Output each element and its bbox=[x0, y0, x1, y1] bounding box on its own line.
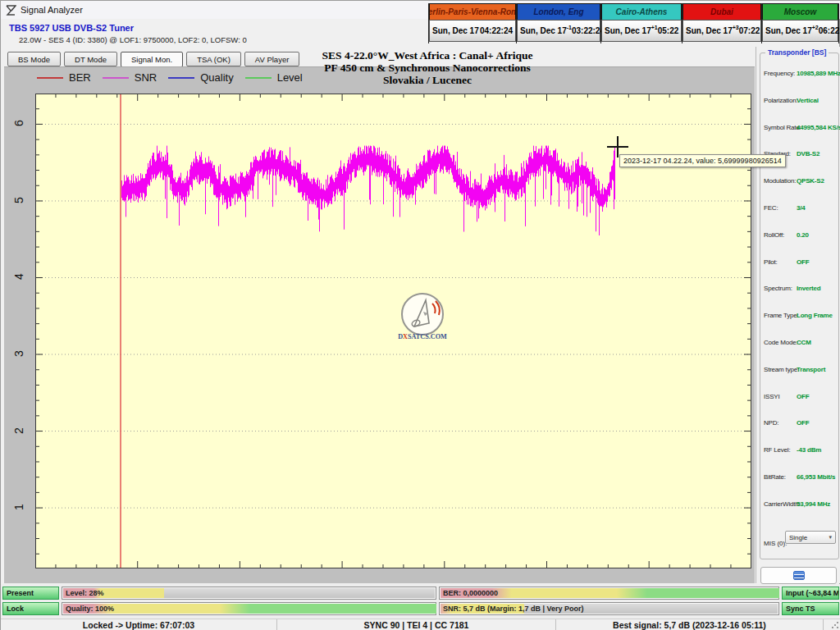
clock-city-label: Cairo-Athens bbox=[601, 3, 682, 20]
legend-line-snr bbox=[103, 77, 129, 79]
clock-city-label: London, Eng bbox=[517, 3, 600, 20]
y-tick-label-5: 5 bbox=[12, 192, 25, 208]
clock-time-cell: Sun, Dec 17+206:22 bbox=[762, 20, 838, 42]
clock-1: London, EngSun, Dec 17-103:22:24 bbox=[517, 3, 601, 43]
transponder-value: Long Frame bbox=[797, 312, 833, 319]
transponder-label: RollOff: bbox=[764, 231, 784, 239]
clock-date: Sun, Dec 17 bbox=[520, 26, 567, 35]
transponder-row-bitrate-: BitRate:66,953 Mbit/s bbox=[760, 473, 838, 483]
transponder-row-rolloff-: RollOff:0.20 bbox=[760, 231, 838, 241]
snr-bar-label: SNR: 5,7 dB (Margin: 1,7 dB | Very Poor) bbox=[443, 605, 584, 613]
y-tick-label-3: 3 bbox=[12, 345, 25, 362]
legend-line-ber bbox=[37, 77, 63, 79]
legend-label: BER bbox=[69, 71, 91, 84]
clock-city-label: Dubai bbox=[682, 3, 761, 20]
transponder-row-symbol-rate-: Symbol Rate:44995,584 KS/s bbox=[760, 124, 838, 134]
level-bar: Level: 28% bbox=[62, 587, 436, 600]
table-list-icon bbox=[793, 571, 805, 580]
clock-time-cell: Sun, Dec 17+105:22 bbox=[601, 20, 682, 42]
plot-area[interactable]: DXSATCS.COM 2023-12-17 04.22.24, value: … bbox=[35, 94, 751, 568]
clock-2: Cairo-AthensSun, Dec 17+105:22 bbox=[601, 3, 682, 43]
transponder-label: Symbol Rate: bbox=[764, 124, 801, 131]
transponder-label: BitRate: bbox=[764, 473, 786, 481]
world-clocks: Berlin-Paris-Vienna-RomaSun, Dec 1704:22… bbox=[428, 3, 839, 43]
legend-item-quality: Quality bbox=[168, 71, 233, 84]
transponder-value: 66,953 Mbit/s bbox=[797, 473, 835, 481]
transponder-label: Pilot: bbox=[764, 258, 778, 266]
transponder-label: NPD: bbox=[764, 419, 778, 427]
legend-item-ber: BER bbox=[37, 71, 91, 84]
snapshot-button[interactable] bbox=[760, 567, 837, 584]
transponder-value: 3/4 bbox=[797, 204, 806, 212]
legend-label: Quality bbox=[200, 71, 233, 84]
transponder-label: FEC: bbox=[764, 204, 778, 212]
tuner-name: TBS 5927 USB DVB-S2 Tuner bbox=[9, 23, 247, 33]
tab-signal-mon-[interactable]: Signal Mon. bbox=[121, 52, 183, 67]
transponder-label: ISSYI bbox=[764, 393, 779, 400]
legend-item-level: Level bbox=[245, 71, 303, 84]
clock-time: 04:22:24 bbox=[480, 26, 513, 35]
transponder-row-code-mode-: Code Mode:CCM bbox=[760, 339, 838, 349]
clock-time: 03:22:24 bbox=[572, 26, 605, 35]
transponder-value: 53,994 MHz bbox=[797, 500, 830, 508]
clock-3: DubaiSun, Dec 17+307:22 bbox=[682, 3, 762, 43]
clock-time: 06:22 bbox=[819, 26, 840, 35]
transponder-value: OFF bbox=[797, 258, 809, 266]
status-sync-counters: SYNC 90 | TEI 4 | CC 7181 bbox=[277, 619, 556, 630]
quality-bar: Quality: 100% bbox=[62, 602, 436, 615]
clock-date: Sun, Dec 17 bbox=[686, 26, 733, 35]
signal-analyzer-window: Signal Analyzer Berlin-Paris-Vienna-Roma… bbox=[0, 0, 840, 630]
snr-bar: SNR: 5,7 dB (Margin: 1,7 dB | Very Poor) bbox=[439, 602, 779, 615]
signal-status-bars: Present Lock Level: 28% Quality: 100% BE… bbox=[1, 584, 840, 619]
transponder-row-stream-type-: Stream type:Transport bbox=[760, 366, 838, 376]
transponder-value: OFF bbox=[797, 393, 809, 400]
transponder-panel: Transponder [BS] Frequency:10985,889 MHz… bbox=[756, 47, 840, 583]
clock-time-cell: Sun, Dec 1704:22:24 bbox=[429, 20, 516, 42]
level-bar-label: Level: 28% bbox=[66, 589, 104, 597]
transponder-value: -43 dBm bbox=[797, 446, 821, 454]
lock-indicator: Lock bbox=[2, 602, 59, 615]
chart-title-line1: SES 4-22.0°W_West Africa : Canal+ Afriqu… bbox=[239, 49, 616, 62]
transponder-value: OFF bbox=[797, 419, 809, 427]
mis-dropdown[interactable]: Single ▾ bbox=[785, 531, 836, 544]
tuner-info-block: TBS 5927 USB DVB-S2 Tuner 22.0W - SES 4 … bbox=[9, 23, 247, 44]
y-tick-label-6: 6 bbox=[12, 115, 25, 131]
clock-time-cell: Sun, Dec 17-103:22:24 bbox=[517, 20, 600, 42]
transponder-row-rf-level-: RF Level:-43 dBm bbox=[760, 446, 838, 456]
clock-0: Berlin-Paris-Vienna-RomaSun, Dec 1704:22… bbox=[428, 3, 517, 43]
clock-date: Sun, Dec 17 bbox=[765, 26, 812, 35]
transponder-row-polarization-: Polarization:Vertical bbox=[760, 97, 838, 107]
transponder-row-npd-: NPD:OFF bbox=[760, 419, 838, 429]
ber-bar-label: BER: 0,0000000 bbox=[443, 589, 498, 597]
tab-tsa-ok-[interactable]: TSA (OK) bbox=[186, 52, 241, 66]
clock-4: MoscowSun, Dec 17+206:22 bbox=[762, 3, 839, 43]
transponder-label: Frame Type: bbox=[764, 312, 799, 319]
chart-tooltip: 2023-12-17 04.22.24, value: 5,6999998092… bbox=[619, 154, 786, 167]
clock-utc-offset: +3 bbox=[733, 25, 739, 30]
clock-city-label: Moscow bbox=[762, 3, 838, 20]
transponder-value: Vertical bbox=[797, 97, 819, 104]
transponder-label: RF Level: bbox=[764, 446, 790, 454]
present-indicator: Present bbox=[2, 587, 59, 600]
transponder-label: Code Mode: bbox=[764, 339, 798, 346]
clock-date: Sun, Dec 17 bbox=[432, 26, 479, 35]
clock-date: Sun, Dec 17 bbox=[605, 26, 651, 35]
transponder-row-frequency-: Frequency:10985,889 MHz bbox=[760, 70, 838, 80]
input-rate-indicator: Input (~63,84 Mbps) bbox=[782, 587, 839, 600]
transponder-value: Inverted bbox=[797, 285, 821, 292]
tab-bs-mode[interactable]: BS Mode bbox=[7, 52, 61, 66]
ber-bar: BER: 0,0000000 bbox=[439, 587, 779, 600]
resize-grip[interactable] bbox=[831, 621, 839, 629]
tab-dt-mode[interactable]: DT Mode bbox=[64, 52, 117, 66]
legend-item-snr: SNR bbox=[103, 71, 157, 84]
dxsatcs-watermark-logo: DXSATCS.COM bbox=[396, 290, 449, 343]
mis-selected-value: Single bbox=[789, 534, 807, 541]
transponder-row-modulation-: Modulation:QPSK-S2 bbox=[760, 177, 838, 187]
transponder-row-carrierwidth-: CarrierWidth:53,994 MHz bbox=[760, 500, 838, 510]
transponder-row-frame-type-: Frame Type:Long Frame bbox=[760, 312, 838, 322]
legend-line-quality bbox=[168, 77, 194, 79]
clock-utc-offset: -1 bbox=[567, 25, 572, 30]
status-bar: Locked -> Uptime: 67:07:03 SYNC 90 | TEI… bbox=[1, 619, 840, 630]
transponder-label: Stream type: bbox=[764, 366, 799, 373]
clock-city-label: Berlin-Paris-Vienna-Roma bbox=[429, 3, 516, 20]
